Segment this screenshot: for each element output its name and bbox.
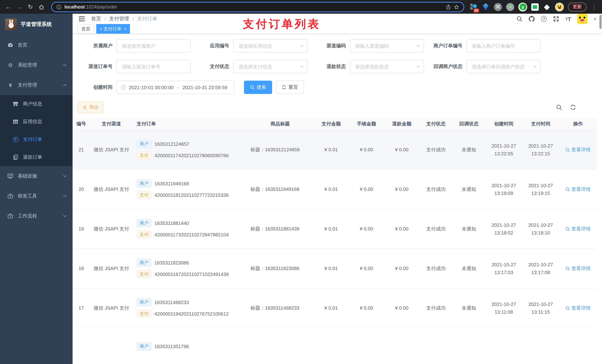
channel-order-no-input[interactable] <box>117 60 191 73</box>
merchant-select-input[interactable] <box>117 39 191 52</box>
table-row[interactable]: 17 微信 JSAPI 支付 商户1635311468233 支付4200001… <box>73 288 597 328</box>
merchant-tag: 商户 <box>137 342 151 351</box>
browser-menu-icon[interactable]: ⋮ <box>591 3 598 10</box>
refund-status-select[interactable] <box>350 60 424 73</box>
tag-pay-order[interactable]: ● 支付订单 × <box>96 24 130 34</box>
browser-update-button[interactable]: 更新 <box>568 2 586 11</box>
app-select-input[interactable] <box>233 39 307 52</box>
pay-status-input[interactable] <box>233 60 307 73</box>
extension-blocks-icon[interactable]: 10 <box>469 3 478 11</box>
sidebar-item-workflow[interactable]: 工作流程 <box>0 206 73 226</box>
profile-emoji-avatar[interactable] <box>555 2 564 11</box>
merchant-order-no-input[interactable] <box>466 39 540 52</box>
active-dot-icon: ● <box>100 27 102 30</box>
extension-record-icon[interactable] <box>506 3 514 11</box>
app-logo <box>5 19 17 30</box>
help-icon[interactable]: ? <box>541 16 547 22</box>
reset-button[interactable]: 重置 <box>276 81 304 94</box>
toggle-search-icon[interactable] <box>556 104 562 110</box>
sidebar-item-system[interactable]: ⚙ 系统管理 <box>0 55 73 75</box>
user-avatar[interactable] <box>577 14 588 24</box>
chevron-down-icon <box>62 62 67 68</box>
monitor-icon <box>6 173 14 179</box>
filter-field-pay-status: 支付状态 <box>194 60 307 73</box>
table-row[interactable]: 19 微信 JSAPI 支付 商户1635311881440 支付4200001… <box>73 209 597 249</box>
breadcrumb-payment[interactable]: 支付管理 <box>109 16 129 22</box>
merchant-select[interactable] <box>117 39 191 52</box>
browser-reload-icon[interactable]: ↻ <box>26 2 35 11</box>
table-row[interactable]: 20 微信 JSAPI 支付 商户1635311949168 支付4200001… <box>73 169 597 209</box>
view-detail-link[interactable]: 查看详情 <box>565 226 591 232</box>
date-range-picker[interactable]: 2021-10-01 00:00:00 - 2021-10-31 23:59:5… <box>117 81 234 94</box>
view-detail-link[interactable]: 查看详情 <box>565 265 591 272</box>
extension-chat-icon[interactable] <box>531 3 539 10</box>
sidebar-item-app-info[interactable]: 应用信息 <box>0 113 73 131</box>
callback-status-input[interactable] <box>466 60 540 73</box>
tag-close-icon[interactable]: × <box>124 27 127 31</box>
bookmark-star-icon[interactable] <box>454 4 459 10</box>
sidebar-item-dev-tools[interactable]: 研发工具 <box>0 186 73 206</box>
export-button[interactable]: 导出 <box>78 101 103 113</box>
callback-status-select[interactable] <box>466 60 540 73</box>
channel-order-no-field[interactable] <box>117 60 191 73</box>
app-logo-row[interactable]: 芋道管理系统 <box>0 14 73 35</box>
browser-home-icon[interactable] <box>37 2 46 11</box>
sidebar-item-infra[interactable]: 基础设施 <box>0 166 73 186</box>
grid-icon <box>11 119 20 125</box>
extension-kite-icon[interactable] <box>482 3 490 11</box>
page-scrollbar[interactable] <box>599 15 602 363</box>
clock-icon <box>121 85 126 90</box>
github-icon[interactable] <box>529 16 535 22</box>
extensions-puzzle-icon[interactable] <box>543 3 551 11</box>
date-end-value[interactable]: 2021-10-31 23:59:59 <box>183 84 227 90</box>
breadcrumb-home[interactable]: 首页 <box>91 16 101 22</box>
app-title: 芋道管理系统 <box>21 21 52 28</box>
view-detail-link[interactable]: 查看详情 <box>565 186 591 193</box>
table-row[interactable]: 18 微信 JSAPI 支付 商户1635311823086 支付4200001… <box>73 249 597 288</box>
font-size-icon[interactable]: TT <box>565 16 571 22</box>
extension-y-icon[interactable]: y <box>518 2 527 11</box>
chevron-down-icon <box>62 193 67 199</box>
site-info-icon[interactable] <box>56 4 62 10</box>
browser-forward-icon[interactable]: → <box>15 2 24 11</box>
sidebar-item-pay-order[interactable]: ¥ 支付订单 <box>0 131 73 148</box>
table-row-partial[interactable]: 商户1635311351796 <box>73 328 597 364</box>
yen-circle-icon: ¥ <box>11 137 20 142</box>
search-icon[interactable] <box>516 16 522 22</box>
tag-home[interactable]: 首页 <box>78 24 94 34</box>
browser-back-icon[interactable]: ← <box>4 2 13 11</box>
pay-status-select[interactable] <box>233 60 307 73</box>
caret-down-icon[interactable]: ▾ <box>594 16 596 21</box>
url-text[interactable]: localhost:1024/pay/order <box>64 4 117 10</box>
sidebar-item-merchant-info[interactable]: 商户信息 <box>0 95 73 113</box>
refund-status-input[interactable] <box>350 60 424 73</box>
scrollbar-thumb[interactable] <box>599 15 602 29</box>
orders-table: 编号 支付渠道 支付订单 商品标题 支付金额 手续金额 退款金额 支付状态 回调… <box>73 118 602 364</box>
breadcrumb-current: 支付订单 <box>137 16 157 22</box>
sidebar-item-refund-order[interactable]: 退款订单 <box>0 148 73 166</box>
date-start-value[interactable]: 2021-10-01 00:00:00 <box>129 84 173 90</box>
channel-code-input[interactable] <box>350 39 424 52</box>
view-detail-link[interactable]: 查看详情 <box>565 305 591 311</box>
table-row[interactable]: 21 微信 JSAPI 支付 商户1635312124657 支付4200001… <box>73 130 597 169</box>
refresh-table-icon[interactable] <box>570 104 576 110</box>
extension-command-icon[interactable]: ⌘ <box>494 3 502 11</box>
search-button[interactable]: 搜索 <box>244 81 272 94</box>
filter-field-app: 应用编号 <box>194 39 307 52</box>
page-content: 所属商户 应用编号 渠道编码 <box>73 34 602 364</box>
chevron-down-icon <box>62 213 67 219</box>
sidebar-item-payment[interactable]: ¥ 支付管理 <box>0 75 73 95</box>
url-bar[interactable]: localhost:1024/pay/order <box>51 2 464 12</box>
merchant-tag: 商户 <box>137 140 151 148</box>
sidebar-item-home[interactable]: 首页 <box>0 35 73 55</box>
toolbox-icon <box>6 193 14 199</box>
pay-tag: 支付 <box>137 151 151 159</box>
fullscreen-icon[interactable] <box>553 16 559 22</box>
merchant-order-no-field[interactable] <box>466 39 540 52</box>
channel-code-select[interactable] <box>350 39 424 52</box>
view-detail-link[interactable]: 查看详情 <box>565 146 591 153</box>
filter-field-callback-status: 回调商户状态 <box>428 60 540 73</box>
app-select[interactable] <box>233 39 307 52</box>
sidebar-fold-icon[interactable] <box>78 16 85 22</box>
share-icon[interactable] <box>446 4 451 10</box>
